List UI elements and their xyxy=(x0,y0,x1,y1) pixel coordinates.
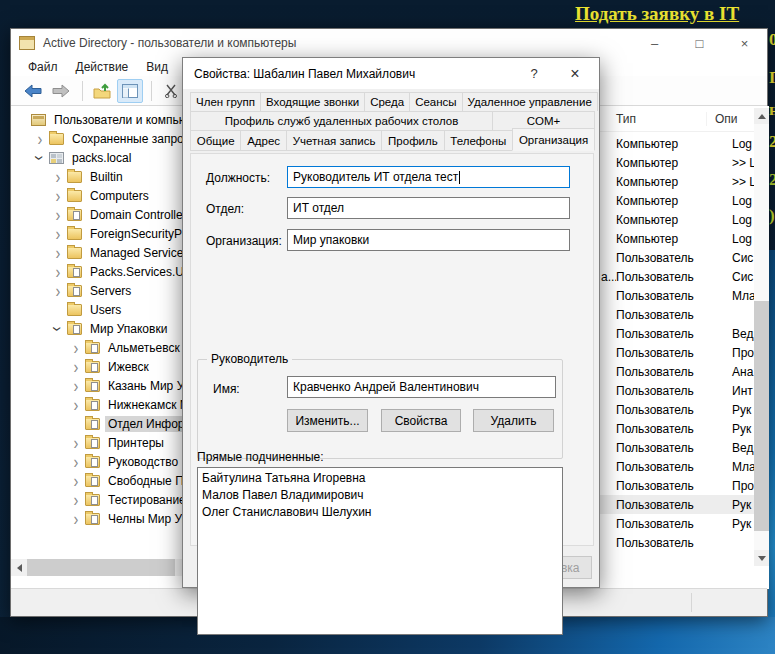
back-icon[interactable] xyxy=(20,79,46,103)
tab-среда[interactable]: Среда xyxy=(364,92,410,111)
chevron-icon[interactable] xyxy=(69,475,83,487)
close-icon[interactable]: × xyxy=(557,58,593,89)
chevron-icon[interactable] xyxy=(51,285,65,297)
tree-item[interactable]: Тестирование С xyxy=(11,490,184,509)
list-item[interactable]: Байтулина Татьяна Игоревна xyxy=(198,470,562,487)
scroll-down-arrow-icon[interactable] xyxy=(754,550,769,566)
table-row[interactable]: Компьютер Log xyxy=(599,191,754,210)
menu-item-0[interactable]: Файл xyxy=(19,60,67,74)
manager-properties-button[interactable]: Свойства xyxy=(381,409,461,432)
up-one-level-icon[interactable] xyxy=(89,79,115,103)
tree-item[interactable]: packs.local xyxy=(11,148,184,167)
table-row[interactable]: Пользователь Вед xyxy=(599,438,754,457)
table-row[interactable]: Пользователь Про xyxy=(599,476,754,495)
table-row[interactable]: Пользователь xyxy=(599,533,754,552)
maximize-button[interactable]: □ xyxy=(677,29,722,57)
table-row[interactable]: Компьютер Log xyxy=(599,134,754,153)
tab-член-групп[interactable]: Член групп xyxy=(190,92,261,111)
direct-reports-listbox[interactable]: Байтулина Татьяна ИгоревнаМалов Павел Вл… xyxy=(197,467,563,635)
table-row[interactable]: Пользователь Рук xyxy=(599,514,754,533)
chevron-icon[interactable] xyxy=(69,494,83,506)
table-row[interactable]: Пользователь Инт xyxy=(599,381,754,400)
forward-icon[interactable] xyxy=(48,79,74,103)
help-icon[interactable]: ? xyxy=(519,58,549,89)
chevron-icon[interactable] xyxy=(51,247,65,259)
list-vertical-scrollbar[interactable] xyxy=(754,108,769,566)
table-row[interactable]: Компьютер Log xyxy=(599,210,754,229)
chevron-icon[interactable] xyxy=(51,171,65,183)
scrollbar-thumb[interactable] xyxy=(754,301,769,531)
chevron-icon[interactable] xyxy=(51,228,65,240)
column-header-description[interactable]: Опи xyxy=(707,112,738,126)
chevron-icon[interactable] xyxy=(69,399,83,411)
tree-item[interactable]: Servers xyxy=(11,281,184,300)
table-row[interactable]: Пользователь Про xyxy=(599,343,754,362)
window-titlebar[interactable]: Active Directory - пользователи и компью… xyxy=(11,29,767,57)
chevron-icon[interactable] xyxy=(51,323,65,335)
job-title-field[interactable]: Руководитель ИТ отдела тест xyxy=(287,166,570,188)
table-row[interactable]: Пользователь Мла xyxy=(599,457,754,476)
scroll-left-arrow-icon[interactable] xyxy=(11,559,27,576)
tab-адрес[interactable]: Адрес xyxy=(240,130,287,151)
list-item[interactable]: Олег Станиславович Шелухин xyxy=(198,504,562,521)
tree-item[interactable]: Computers xyxy=(11,186,184,205)
tree-item[interactable]: Ижевск xyxy=(11,357,184,376)
tree-item[interactable]: Челны Мир Уп xyxy=(11,509,184,528)
clear-manager-button[interactable]: Удалить xyxy=(473,409,554,432)
tree-item[interactable]: Принтеры xyxy=(11,433,184,452)
tree-item[interactable]: ForeignSecurityPrin xyxy=(11,224,184,243)
tree-item[interactable]: Мир Упаковки xyxy=(11,319,184,338)
tab-профиль[interactable]: Профиль xyxy=(381,130,444,151)
tree-item[interactable]: Managed Service A xyxy=(11,243,184,262)
cut-icon[interactable] xyxy=(158,79,184,103)
chevron-icon[interactable] xyxy=(69,380,83,392)
tree-item[interactable]: Builtin xyxy=(11,167,184,186)
chevron-icon[interactable] xyxy=(69,437,83,449)
table-row[interactable]: Пользователь Ана xyxy=(599,362,754,381)
table-row[interactable]: Пользователь Рук xyxy=(599,495,754,514)
tree-horizontal-scrollbar[interactable] xyxy=(11,559,184,576)
tab-общие[interactable]: Общие xyxy=(190,130,241,151)
chevron-icon[interactable] xyxy=(33,152,47,164)
chevron-icon[interactable] xyxy=(51,190,65,202)
menu-item-1[interactable]: Действие xyxy=(67,60,138,74)
table-row[interactable]: Пользователь Рук xyxy=(599,419,754,438)
scroll-up-arrow-icon[interactable] xyxy=(754,108,769,124)
table-row[interactable]: Компьютер Log xyxy=(599,229,754,248)
tab-удаленное-управление[interactable]: Удаленное управление xyxy=(462,92,598,111)
menu-item-2[interactable]: Вид xyxy=(137,60,177,74)
dialog-titlebar[interactable]: Свойства: Шабалин Павел Михайлович ? × xyxy=(183,58,599,89)
tab-телефоны[interactable]: Телефоны xyxy=(444,130,514,151)
tree-item[interactable]: Нижнекамск М xyxy=(11,395,184,414)
company-field[interactable]: Мир упаковки xyxy=(287,229,570,251)
scrollbar-thumb[interactable] xyxy=(27,559,175,576)
department-field[interactable]: ИТ отдел xyxy=(287,197,570,219)
tree-item[interactable]: Казань Мир Уп xyxy=(11,376,184,395)
close-button[interactable]: × xyxy=(722,29,767,57)
chevron-icon[interactable] xyxy=(69,361,83,373)
table-row[interactable]: Пользователь Рук xyxy=(599,400,754,419)
tree-item[interactable]: Domain Controllers xyxy=(11,205,184,224)
tab-учетная-запись[interactable]: Учетная запись xyxy=(286,130,382,151)
manager-name-field[interactable]: Кравченко Андрей Валентинович xyxy=(287,376,556,398)
tree-item[interactable]: Свободные ПК xyxy=(11,471,184,490)
tree-item[interactable]: Сохраненные запросы xyxy=(11,129,184,148)
table-row[interactable]: Компьютер >> L xyxy=(599,153,754,172)
chevron-icon[interactable] xyxy=(69,513,83,525)
list-item[interactable]: Малов Павел Владимирович xyxy=(198,487,562,504)
table-row[interactable]: Пользователь Мла xyxy=(599,286,754,305)
tab-организация[interactable]: Организация xyxy=(512,128,595,151)
minimize-button[interactable]: – xyxy=(632,29,677,57)
table-row[interactable]: Пользователь xyxy=(599,305,754,324)
show-console-tree-icon[interactable] xyxy=(117,79,143,103)
tree-item[interactable]: Users xyxy=(11,300,184,319)
chevron-icon[interactable] xyxy=(51,266,65,278)
chevron-icon[interactable] xyxy=(51,209,65,221)
column-header-type[interactable]: Тип xyxy=(599,112,707,126)
change-manager-button[interactable]: Изменить... xyxy=(287,409,368,432)
tab-входящие-звонки[interactable]: Входящие звонки xyxy=(260,92,365,111)
table-row[interactable]: Пользователь Сис xyxy=(599,248,754,267)
tab-профиль-служб-удаленных-рабочих-столов[interactable]: Профиль служб удаленных рабочих столов xyxy=(190,111,493,130)
tree-item[interactable]: Отдел Информ xyxy=(11,414,184,433)
tree-item[interactable]: Packs.Services.Users xyxy=(11,262,184,281)
